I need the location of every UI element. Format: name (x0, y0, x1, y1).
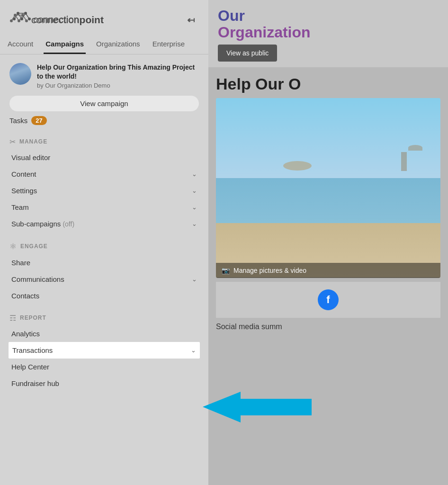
org-header: Our Organization View as public (208, 0, 448, 67)
fb-section: f (216, 282, 440, 318)
manage-header: ✂ MANAGE (9, 137, 199, 146)
nav-tabs: Account Campaigns Organizations Enterpri… (0, 31, 208, 54)
engage-label: ENGAGE (20, 243, 48, 250)
manage-icon: ✂ (9, 137, 16, 146)
arrow-annotation (203, 392, 312, 424)
menu-item-share[interactable]: Share (9, 254, 199, 271)
view-as-public-button[interactable]: View as public (218, 45, 277, 62)
report-icon: ☶ (9, 314, 16, 323)
beach-water (216, 178, 440, 223)
main-wrapper: connection ↤ (0, 0, 448, 485)
umbrella-pole (401, 152, 407, 171)
avatar (9, 63, 31, 85)
engage-header: ⚛ ENGAGE (9, 242, 199, 251)
chevron-down-icon: ⌄ (192, 276, 197, 283)
menu-item-transactions[interactable]: Transactions ⌄ (9, 342, 200, 359)
manage-section: ✂ MANAGE Visual editor Content ⌄ Setting… (0, 128, 208, 232)
tab-account[interactable]: Account (6, 36, 35, 54)
report-label: REPORT (20, 314, 46, 321)
tasks-badge: 27 (31, 116, 46, 125)
svg-line-19 (11, 15, 15, 21)
avatar-image (9, 63, 31, 85)
campaign-item: Help Our Organization bring This Amazing… (9, 63, 199, 89)
svg-line-20 (23, 15, 27, 21)
chevron-down-icon: ⌄ (191, 347, 196, 354)
svg-line-17 (15, 15, 19, 21)
logo-full-text: connectionpoint (31, 14, 104, 26)
help-our-heading: Help Our O (216, 67, 440, 98)
camera-icon: 📷 (222, 267, 230, 274)
chevron-down-icon: ⌄ (192, 204, 197, 211)
chevron-down-icon: ⌄ (192, 171, 197, 178)
report-section: ☶ REPORT Analytics Transactions ⌄ Help C… (0, 304, 208, 392)
menu-item-settings[interactable]: Settings ⌄ (9, 182, 199, 199)
campaign-org: by Our Organization Demo (37, 82, 199, 89)
svg-line-18 (19, 15, 23, 21)
view-campaign-button[interactable]: View campaign (9, 96, 199, 111)
beach-image: 📷 Manage pictures & video (216, 98, 440, 278)
facebook-icon[interactable]: f (318, 289, 339, 310)
tab-campaigns[interactable]: Campaigns (44, 36, 86, 54)
tab-organizations[interactable]: Organizations (94, 36, 142, 54)
menu-item-communications[interactable]: Communications ⌄ (9, 271, 199, 287)
social-media-label: Social media summ (216, 318, 440, 333)
logo-text-area: connectionpoint ↤ (0, 11, 208, 28)
campaign-info: Help Our Organization bring This Amazing… (37, 63, 199, 89)
umbrella-top (408, 145, 422, 151)
svg-marker-21 (203, 392, 312, 422)
campaign-section: Help Our Organization bring This Amazing… (0, 54, 208, 128)
engage-section: ⚛ ENGAGE Share Communications ⌄ Contacts (0, 232, 208, 304)
logo-nodes-icon (9, 11, 29, 28)
arrow-svg (203, 392, 312, 422)
beach-overlay: 📷 Manage pictures & video (216, 263, 440, 278)
menu-item-sub-campaigns[interactable]: Sub-campaigns (off) ⌄ (9, 216, 199, 232)
report-header: ☶ REPORT (9, 314, 199, 323)
logo-connection: connection (31, 14, 80, 25)
menu-item-contacts[interactable]: Contacts (9, 287, 199, 304)
logo-point: point (80, 14, 104, 25)
tasks-row: Tasks 27 (9, 115, 199, 128)
org-title: Our Organization (218, 8, 439, 41)
chevron-down-icon: ⌄ (192, 220, 197, 227)
manage-pics-label: Manage pictures & video (233, 267, 306, 274)
right-content: Help Our O 📷 Manage pictures & video f (208, 67, 448, 333)
menu-item-visual-editor[interactable]: Visual editor (9, 149, 199, 166)
tasks-label: Tasks (9, 117, 27, 125)
org-title-our: Our (218, 8, 439, 24)
menu-item-content[interactable]: Content ⌄ (9, 166, 199, 182)
org-title-organization: Organization (218, 24, 439, 41)
campaign-title: Help Our Organization bring This Amazing… (37, 63, 199, 81)
chevron-down-icon: ⌄ (192, 187, 197, 194)
engage-icon: ⚛ (9, 242, 17, 251)
collapse-icon[interactable]: ↤ (184, 13, 199, 27)
menu-item-analytics[interactable]: Analytics (9, 325, 199, 342)
tab-enterprise[interactable]: Enterprise (151, 36, 187, 54)
menu-item-help-center[interactable]: Help Center (9, 359, 199, 375)
sidebar: connection ↤ (0, 0, 208, 485)
menu-item-team[interactable]: Team ⌄ (9, 199, 199, 216)
menu-item-fundraiser-hub[interactable]: Fundraiser hub (9, 375, 199, 392)
manage-label: MANAGE (19, 138, 47, 145)
